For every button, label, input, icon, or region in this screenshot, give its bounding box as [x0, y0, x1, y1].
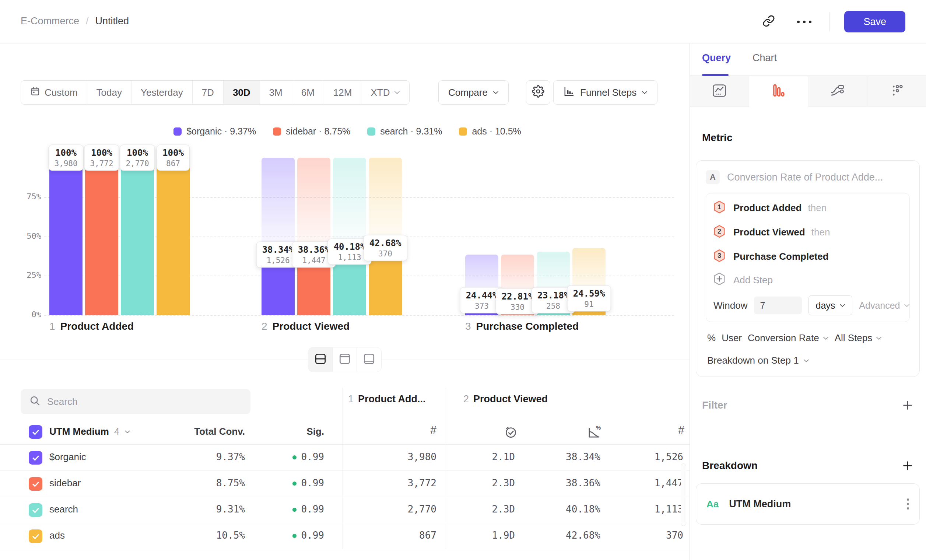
- legend-item-organic[interactable]: $organic · 9.37%: [174, 126, 256, 137]
- step-name: Product Add...: [358, 394, 426, 404]
- compare-button[interactable]: Compare: [438, 80, 509, 104]
- total-conv-header[interactable]: Total Conv.: [169, 426, 245, 437]
- chart-type-journeys[interactable]: [867, 76, 926, 106]
- count-column-header[interactable]: #: [419, 424, 436, 436]
- chart-type-flow[interactable]: [808, 76, 867, 106]
- legend-item-ads[interactable]: ads · 10.5%: [459, 126, 521, 137]
- sig-dot-icon: [292, 508, 297, 512]
- legend-label: $organic · 9.37%: [186, 126, 256, 137]
- check-icon: [31, 506, 40, 515]
- y-axis-tick: 25%: [11, 271, 41, 280]
- chart-type-funnel[interactable]: [749, 76, 808, 106]
- chevron-down-icon: [904, 304, 910, 307]
- range-6m[interactable]: 6M: [292, 81, 324, 104]
- table-header-row: UTM Medium 4 Total Conv. Sig. #: [0, 420, 690, 444]
- legend-item-sidebar[interactable]: sidebar · 8.75%: [273, 126, 350, 137]
- range-custom[interactable]: Custom: [21, 81, 87, 104]
- chart-type-insights[interactable]: [690, 76, 749, 106]
- add-filter-button[interactable]: [900, 398, 915, 413]
- legend-swatch: [273, 127, 281, 136]
- query-step-1[interactable]: 1 Product Added then: [713, 196, 902, 220]
- funnel-bar-step1-sidebar[interactable]: [85, 158, 118, 315]
- funnel-steps-list: 1 Product Added then 2 Product Viewed th…: [713, 196, 902, 269]
- more-actions-button[interactable]: [794, 11, 814, 32]
- funnel-bar-step1-organic[interactable]: [49, 158, 83, 315]
- tab-chart[interactable]: Chart: [752, 52, 777, 64]
- all-steps-dropdown[interactable]: All Steps: [835, 332, 882, 344]
- all-steps-label: All Steps: [835, 332, 873, 344]
- chart-settings-button[interactable]: [526, 80, 550, 104]
- row-checkbox[interactable]: [29, 451, 42, 465]
- query-step-3[interactable]: 3 Purchase Completed: [713, 244, 902, 269]
- conversion-rate-dropdown[interactable]: Conversion Rate: [748, 332, 829, 344]
- row-checkbox[interactable]: [29, 530, 42, 543]
- sig-header[interactable]: Sig.: [280, 426, 324, 437]
- breadcrumb-separator: /: [86, 15, 89, 27]
- top-panel-view-icon: [338, 352, 351, 367]
- main-content: CustomTodayYesterday7D30D3M6M12MXTD Comp…: [0, 44, 690, 560]
- range-today[interactable]: Today: [87, 81, 132, 104]
- funnel-bar-step1-ads[interactable]: [157, 158, 190, 315]
- window-label: Window: [713, 300, 747, 311]
- sig-dot-icon: [292, 456, 297, 459]
- window-value-input[interactable]: [754, 297, 802, 314]
- query-step-2[interactable]: 2 Product Viewed then: [713, 220, 902, 244]
- row-step2-count: 370: [613, 530, 683, 541]
- chart-view-selector-label: Funnel Steps: [580, 87, 637, 98]
- advanced-toggle[interactable]: Advanced: [859, 300, 909, 311]
- conversion-column-header[interactable]: %: [584, 424, 602, 442]
- search-icon: [29, 395, 41, 408]
- window-unit-select[interactable]: days: [808, 295, 852, 315]
- breakdown-column-header[interactable]: UTM Medium 4: [49, 426, 130, 437]
- measured-user[interactable]: User: [722, 332, 742, 344]
- more-horizontal-icon: [797, 21, 811, 23]
- select-all-checkbox[interactable]: [29, 425, 42, 439]
- add-step-button[interactable]: Add Step: [713, 269, 902, 291]
- count-column-header[interactable]: #: [667, 424, 684, 436]
- svg-text:%: %: [596, 424, 601, 431]
- share-link-button[interactable]: [758, 11, 779, 32]
- row-checkbox[interactable]: [29, 503, 42, 517]
- chart-legend: $organic · 9.37%sidebar · 8.75%search · …: [21, 126, 674, 137]
- breakdown-options-button[interactable]: [907, 498, 909, 510]
- funnel-bar-ghost: [297, 158, 330, 254]
- chevron-down-icon: [840, 304, 845, 307]
- breadcrumb: E-Commerce / Untitled: [21, 15, 129, 27]
- row-checkbox[interactable]: [29, 477, 42, 491]
- range-yesterday[interactable]: Yesterday: [132, 81, 193, 104]
- row-step1-count: 2,770: [363, 504, 436, 515]
- tab-query[interactable]: Query: [702, 52, 731, 64]
- window-unit-value: days: [816, 300, 835, 311]
- conversion-chart-icon: %: [586, 424, 602, 442]
- breadcrumb-root[interactable]: E-Commerce: [21, 15, 79, 27]
- layout-toggle-bottom-panel-view[interactable]: [357, 347, 381, 372]
- breadcrumb-current[interactable]: Untitled: [95, 15, 129, 27]
- range-3m[interactable]: 3M: [260, 81, 292, 104]
- table-column-divider: [445, 387, 445, 549]
- chevron-down-icon: [803, 359, 809, 363]
- range-12m[interactable]: 12M: [324, 81, 362, 104]
- add-breakdown-button[interactable]: [900, 458, 915, 473]
- range-7d[interactable]: 7D: [193, 81, 224, 104]
- range-30d[interactable]: 30D: [224, 81, 260, 104]
- table-scrollbar[interactable]: [681, 463, 686, 526]
- metric-header[interactable]: A Conversion Rate of Product Adde...: [706, 170, 910, 184]
- range-xtd[interactable]: XTD: [361, 81, 409, 104]
- legend-label: ads · 10.5%: [472, 126, 521, 137]
- top-actions: Save: [758, 0, 905, 44]
- layout-toggle-split-view[interactable]: [308, 347, 333, 372]
- funnel-bar-ghost: [262, 158, 295, 254]
- funnel-steps-card: 1 Product Added then 2 Product Viewed th…: [706, 193, 910, 322]
- layout-toggle-top-panel-view[interactable]: [333, 347, 357, 372]
- save-button[interactable]: Save: [844, 11, 905, 32]
- add-step-hexagon-icon: [713, 272, 725, 288]
- breakdown-on-step-dropdown[interactable]: Breakdown on Step 1: [706, 355, 910, 366]
- funnel-bar-step1-search[interactable]: [121, 158, 154, 315]
- header-divider: [829, 12, 829, 31]
- avg-time-column-header[interactable]: [501, 424, 519, 442]
- calendar-icon: [30, 86, 40, 99]
- chart-view-selector-button[interactable]: Funnel Steps: [553, 80, 657, 104]
- breakdown-property-card[interactable]: Aa UTM Medium: [696, 483, 920, 525]
- legend-item-search[interactable]: search · 9.31%: [367, 126, 442, 137]
- search-input[interactable]: [47, 396, 242, 407]
